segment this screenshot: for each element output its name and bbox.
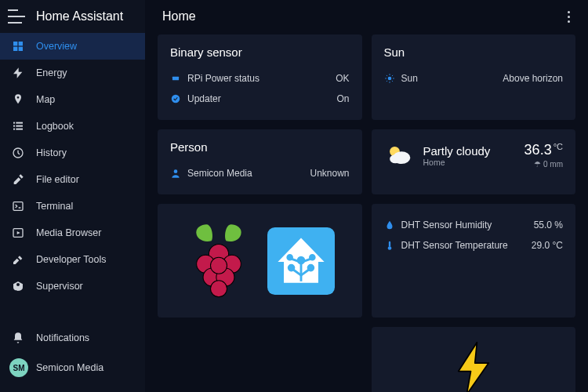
svg-rect-8 (13, 129, 15, 130)
partly-cloudy-icon (384, 140, 414, 170)
svg-rect-2 (13, 47, 17, 51)
weather-temperature: 36.3 (524, 142, 552, 158)
svg-point-34 (211, 257, 227, 274)
row-label: DHT Sensor Temperature (401, 240, 532, 251)
sidebar-item-label: Terminal (36, 201, 73, 212)
row-label: Sun (401, 73, 503, 84)
map-icon (9, 93, 27, 106)
sun-icon (384, 73, 401, 84)
row-value: Above horizon (503, 73, 563, 84)
row-value: OK (336, 73, 349, 84)
row-label: Semicon Media (187, 168, 310, 179)
sidebar-item-label: Developer Tools (36, 254, 106, 265)
row-value: 29.0 °C (532, 240, 563, 251)
binary-sensor-card: Binary sensor RPi Power status OK Update… (158, 34, 362, 120)
svg-line-21 (391, 81, 392, 82)
person-icon (170, 168, 187, 179)
card-title: Sun (384, 45, 564, 59)
svg-rect-6 (13, 125, 15, 127)
svg-rect-9 (16, 129, 23, 130)
sidebar-item-account[interactable]: SM Semicon Media (0, 351, 145, 384)
history-icon (9, 147, 27, 159)
sidebar-footer: Notifications SM Semicon Media (0, 320, 145, 392)
dashboard-icon (9, 40, 27, 53)
dht-temperature-row[interactable]: DHT Sensor Temperature 29.0 °C (384, 235, 564, 256)
svg-rect-5 (16, 122, 23, 124)
svg-rect-11 (13, 202, 23, 211)
svg-point-14 (172, 95, 180, 103)
svg-point-27 (390, 154, 401, 163)
topbar: Home (145, 0, 588, 34)
card-title: Binary sensor (170, 45, 350, 59)
svg-rect-0 (13, 42, 17, 45)
sidebar-item-label: File editor (36, 174, 79, 185)
hammer-icon (9, 253, 27, 266)
svg-point-24 (174, 169, 178, 173)
led-card[interactable]: LED (372, 327, 576, 392)
supervisor-icon (9, 280, 27, 292)
sidebar-item-label: Semicon Media (36, 362, 103, 373)
app-title: Home Assistant (36, 9, 123, 24)
row-value: 55.0 % (534, 220, 563, 230)
sidebar-item-label: Media Browser (36, 227, 101, 238)
sidebar-item-map[interactable]: Map (0, 86, 145, 113)
home-assistant-logo (267, 227, 335, 295)
chip-icon (170, 73, 187, 84)
svg-point-15 (387, 77, 391, 81)
sidebar: Home Assistant Overview Energy Map Logbo… (0, 0, 145, 392)
sidebar-items: Overview Energy Map Logbook History File… (0, 33, 145, 320)
check-circle-icon (170, 93, 187, 104)
lightning-icon (9, 67, 27, 79)
menu-toggle-icon[interactable] (8, 9, 25, 24)
main: Home Binary sensor RPi Power status OK U… (145, 0, 588, 392)
sidebar-item-label: Notifications (36, 332, 89, 343)
raspberry-pi-logo (184, 220, 253, 302)
weather-temperature-unit: °C (554, 142, 563, 151)
sidebar-item-media-browser[interactable]: Media Browser (0, 220, 145, 246)
sidebar-item-energy[interactable]: Energy (0, 60, 145, 86)
weather-card[interactable]: Partly cloudy Home 36.3°C ☂ 0 mm (372, 129, 576, 194)
svg-rect-4 (13, 122, 15, 124)
sidebar-item-terminal[interactable]: Terminal (0, 193, 145, 220)
terminal-icon (9, 200, 27, 212)
sidebar-item-supervisor[interactable]: Supervisor (0, 273, 145, 299)
sidebar-item-label: Overview (36, 41, 77, 52)
sidebar-item-label: Energy (36, 67, 67, 78)
thermometer-icon (384, 240, 401, 251)
sidebar-item-logbook[interactable]: Logbook (0, 113, 145, 140)
card-title: Person (170, 140, 350, 154)
row-value: Unknown (310, 168, 349, 179)
play-icon (9, 227, 27, 239)
sidebar-header: Home Assistant (0, 0, 145, 33)
dashboard: Binary sensor RPi Power status OK Update… (145, 34, 588, 392)
bolt-icon (452, 341, 495, 392)
dht-humidity-row[interactable]: DHT Sensor Humidity 55.0 % (384, 215, 564, 235)
sidebar-item-developer-tools[interactable]: Developer Tools (0, 246, 145, 273)
sidebar-item-label: Map (36, 94, 55, 105)
sidebar-item-file-editor[interactable]: File editor (0, 166, 145, 193)
weather-location: Home (423, 158, 491, 167)
sidebar-item-history[interactable]: History (0, 140, 145, 166)
row-label: Updater (187, 93, 336, 104)
sidebar-item-notifications[interactable]: Notifications (0, 325, 145, 351)
water-drop-icon (384, 220, 401, 230)
sun-card: Sun Sun Above horizon (372, 34, 576, 120)
svg-line-20 (386, 75, 387, 76)
more-menu-icon[interactable] (568, 11, 571, 23)
list-icon (9, 120, 27, 132)
svg-rect-3 (19, 47, 23, 51)
sidebar-item-label: Logbook (36, 121, 74, 132)
sidebar-item-label: History (36, 147, 67, 158)
weather-precipitation: ☂ 0 mm (524, 160, 563, 169)
sun-row[interactable]: Sun Above horizon (384, 68, 564, 89)
svg-rect-1 (19, 42, 23, 45)
svg-rect-7 (16, 125, 23, 127)
row-value: On (336, 93, 349, 104)
person-row[interactable]: Semicon Media Unknown (170, 163, 350, 183)
sensor-row-updater[interactable]: Updater On (170, 89, 350, 109)
sensor-row-rpi-power[interactable]: RPi Power status OK (170, 68, 350, 89)
wrench-icon (9, 173, 27, 186)
sidebar-item-overview[interactable]: Overview (0, 33, 145, 60)
images-card (158, 204, 362, 318)
svg-rect-46 (388, 241, 390, 247)
